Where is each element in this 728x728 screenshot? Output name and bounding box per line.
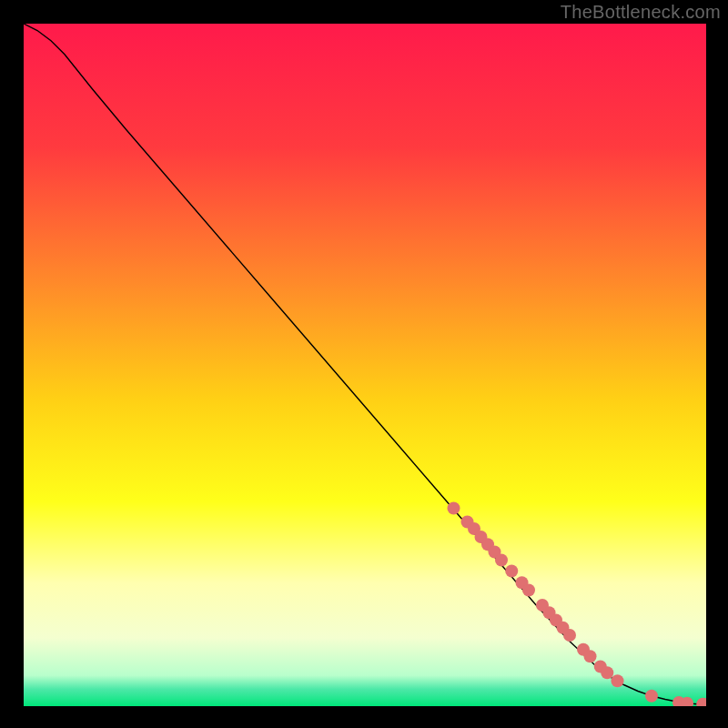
marker-point bbox=[495, 554, 508, 567]
chart-frame: TheBottleneck.com bbox=[0, 0, 728, 728]
plot-background bbox=[24, 24, 706, 706]
marker-point bbox=[601, 666, 613, 679]
chart-canvas bbox=[24, 24, 706, 706]
watermark-text: TheBottleneck.com bbox=[561, 2, 721, 23]
marker-point bbox=[563, 629, 576, 642]
marker-point bbox=[505, 565, 518, 578]
marker-point bbox=[522, 584, 535, 597]
marker-point bbox=[645, 690, 658, 703]
marker-point bbox=[612, 674, 624, 687]
marker-point bbox=[448, 502, 460, 515]
marker-point bbox=[584, 650, 597, 662]
